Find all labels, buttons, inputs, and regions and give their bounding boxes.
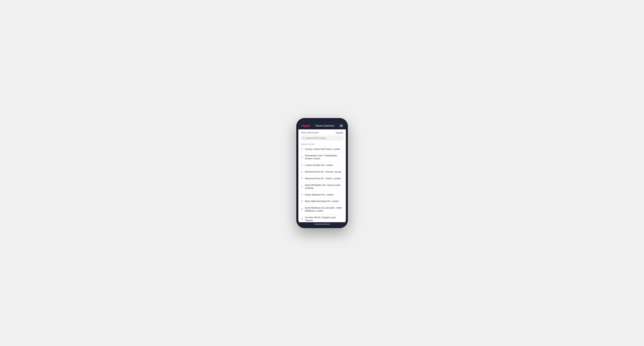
course-name: Central London Golf Centre, London <box>305 148 340 151</box>
location-pin-icon <box>301 177 303 180</box>
course-list-item[interactable]: North Middlesex GC (1011942 - North Midd… <box>298 205 346 214</box>
status-bar <box>298 120 346 123</box>
phone-screen: clippd Recent Searches Find a Golf Cours… <box>298 120 346 226</box>
app-logo: clippd <box>301 124 310 128</box>
course-list-item[interactable]: Royal Wimbledon GC, Great London Authori… <box>298 182 346 192</box>
svg-point-4 <box>302 165 302 165</box>
svg-point-11 <box>302 218 302 219</box>
nav-bar: clippd Recent Searches <box>298 123 346 129</box>
home-bar <box>314 224 330 224</box>
find-header: Find a Golf Course Cancel <box>298 129 346 136</box>
location-pin-icon <box>301 148 303 150</box>
location-pin-icon <box>301 208 303 211</box>
course-list-item[interactable]: Richmond Park GC - Duke's, London <box>298 175 346 182</box>
course-name: Dukes Meadows GC, London <box>305 193 334 196</box>
search-container <box>298 136 346 142</box>
search-box <box>300 136 344 141</box>
course-name: Coombe Hill GC, Kingston upon Thames <box>305 216 343 222</box>
course-name: Richmond Park GC - Prince's, Surrey <box>305 171 341 173</box>
svg-point-2 <box>302 149 302 149</box>
search-icon <box>302 137 305 139</box>
location-pin-icon <box>301 218 303 220</box>
course-list-item[interactable]: Dukes Meadows GC, London <box>298 192 346 198</box>
course-name: Roehampton Club - Roehampton, Greater Lo… <box>305 154 343 160</box>
course-name: Brent Valley Municipal GC, London <box>305 200 339 203</box>
menu-icon[interactable] <box>340 125 343 127</box>
svg-point-5 <box>302 171 302 172</box>
course-list-item[interactable]: Brent Valley Municipal GC, London <box>298 198 346 205</box>
course-name: Royal Wimbledon GC, Great London Authori… <box>305 184 343 190</box>
svg-point-3 <box>302 157 302 157</box>
location-pin-icon <box>301 164 303 167</box>
find-label: Find a Golf Course <box>301 132 319 134</box>
svg-point-8 <box>302 194 302 194</box>
course-name: London Scottish GC, London <box>305 164 333 167</box>
svg-point-6 <box>302 178 302 178</box>
location-pin-icon <box>301 156 303 159</box>
svg-point-10 <box>302 209 302 209</box>
nearby-section-label: Nearby courses <box>298 142 346 146</box>
search-input[interactable] <box>306 137 342 139</box>
svg-line-1 <box>304 138 304 139</box>
course-list-item[interactable]: Roehampton Club - Roehampton, Greater Lo… <box>298 153 346 162</box>
course-list: Central London Golf Centre, LondonRoeham… <box>298 146 346 222</box>
home-indicator <box>298 222 346 226</box>
course-name: North Middlesex GC (1011942 - North Midd… <box>305 206 343 212</box>
course-list-item[interactable]: Coombe Hill GC, Kingston upon Thames <box>298 214 346 222</box>
nav-title: Recent Searches <box>316 124 334 127</box>
course-list-item[interactable]: London Scottish GC, London <box>298 162 346 169</box>
content-area: Find a Golf Course Cancel Nearby courses… <box>298 129 346 222</box>
svg-point-9 <box>302 201 302 201</box>
course-list-item[interactable]: Richmond Park GC - Prince's, Surrey <box>298 169 346 175</box>
svg-point-7 <box>302 186 302 186</box>
course-name: Richmond Park GC - Duke's, London <box>305 177 341 180</box>
course-list-item[interactable]: Central London Golf Centre, London <box>298 146 346 153</box>
location-pin-icon <box>301 171 303 173</box>
location-pin-icon <box>301 193 303 196</box>
phone-device: clippd Recent Searches Find a Golf Cours… <box>296 118 348 228</box>
location-pin-icon <box>301 200 303 203</box>
location-pin-icon <box>301 185 303 188</box>
cancel-button[interactable]: Cancel <box>336 132 343 134</box>
